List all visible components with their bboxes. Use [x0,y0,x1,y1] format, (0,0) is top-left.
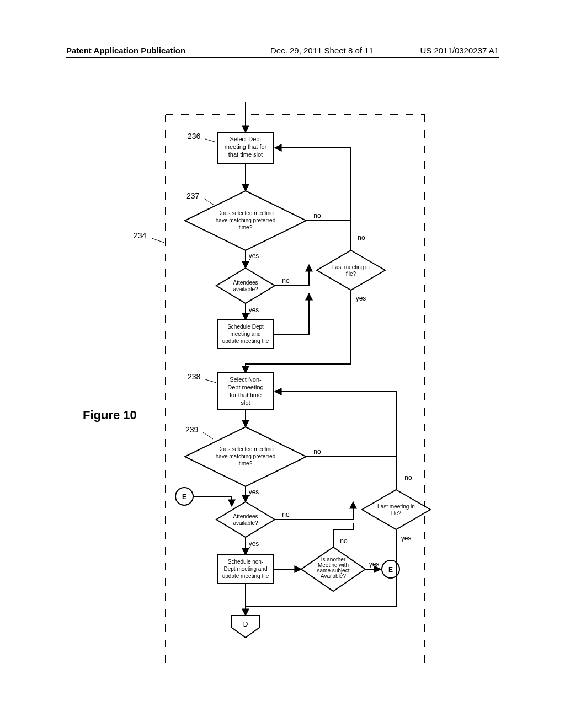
diamond-239: Does selected meeting have matching pref… [185,427,306,486]
label-yes: yes [249,306,259,314]
svg-text:E: E [182,493,186,501]
label-yes: yes [369,560,380,568]
svg-line-9 [205,139,216,142]
connector-e-right: E [382,560,399,578]
svg-text:Does selected meeting: Does selected meeting [217,210,274,216]
diamond-attendees-1: Attendees available? [216,268,275,303]
svg-marker-17 [216,268,275,303]
box-236: Select Dept meeting that for that time s… [217,132,274,163]
label-no: no [340,537,348,545]
svg-text:time?: time? [239,461,253,467]
svg-text:file?: file? [391,510,402,516]
svg-marker-60 [362,490,430,529]
svg-text:Select Dept: Select Dept [230,136,262,142]
svg-line-4 [152,238,164,243]
svg-text:E: E [388,566,393,574]
svg-line-39 [203,432,213,439]
svg-line-15 [204,199,214,205]
svg-text:Dept meeting: Dept meeting [227,384,263,390]
svg-marker-43 [216,502,275,537]
svg-marker-25 [317,250,385,290]
label-yes: yes [249,252,259,260]
label-no: no [358,234,365,242]
box-238: Select Non- Dept meeting for that time s… [217,373,274,409]
svg-text:Does selected meeting: Does selected meeting [217,446,274,452]
flowchart-svg: 234 Select Dept meeting that for that ti… [0,0,565,728]
svg-text:update meeting file: update meeting file [222,573,269,579]
diamond-237: Does selected meeting have matching pref… [185,191,306,250]
svg-text:time?: time? [239,224,253,231]
label-no: no [404,474,412,481]
svg-text:have matching preferred: have matching preferred [216,217,275,223]
label-no: no [313,448,321,456]
label-yes: yes [249,488,259,496]
svg-text:slot: slot [241,399,250,406]
svg-text:Schedule non-: Schedule non- [228,559,264,565]
svg-text:file?: file? [346,271,356,277]
connector-e-left: E [175,488,193,505]
diamond-same-subject: Is another Meeting with same subject Ava… [301,547,365,591]
svg-text:D: D [243,620,248,628]
svg-text:meeting and: meeting and [230,331,260,337]
connector-d: D [232,615,259,638]
svg-text:Attendees: Attendees [233,513,258,520]
diamond-last-1: Last meeting in file? [317,250,385,290]
svg-text:Last meeting in: Last meeting in [332,264,370,270]
svg-text:Last meeting in: Last meeting in [377,504,415,510]
svg-text:available?: available? [233,286,258,292]
diamond-attendees-2: Attendees available? [216,502,275,537]
svg-text:have matching preferred: have matching preferred [216,453,275,459]
label-no: no [282,511,290,518]
svg-text:meeting that for: meeting that for [225,143,267,150]
ref-239: 239 [185,425,199,434]
box-schedule-dept: Schedule Dept meeting and update meeting… [217,320,274,349]
label-yes: yes [249,540,259,548]
svg-text:Select Non-: Select Non- [230,376,262,383]
page: Patent Application Publication Dec. 29, … [0,0,565,728]
label-no: no [282,277,290,285]
diamond-last-2: Last meeting in file? [362,490,430,529]
svg-text:available?: available? [233,520,258,526]
ref-237: 237 [186,191,200,200]
ref-234: 234 [134,231,147,240]
svg-text:that time slot: that time slot [228,151,263,158]
ref-236: 236 [188,132,201,141]
svg-text:Dept meeting and: Dept meeting and [224,566,268,572]
label-yes: yes [356,295,366,302]
label-yes: yes [401,534,412,542]
ref-238: 238 [188,372,201,381]
svg-text:update meeting file: update meeting file [222,338,269,344]
svg-text:Attendees: Attendees [233,280,258,286]
svg-text:Schedule Dept: Schedule Dept [227,324,264,330]
svg-text:Available?: Available? [321,573,346,579]
label-no: no [313,212,321,220]
box-schedule-nondept: Schedule non- Dept meeting and update me… [217,555,274,584]
svg-line-33 [205,379,216,383]
svg-text:for that time: for that time [230,392,262,398]
